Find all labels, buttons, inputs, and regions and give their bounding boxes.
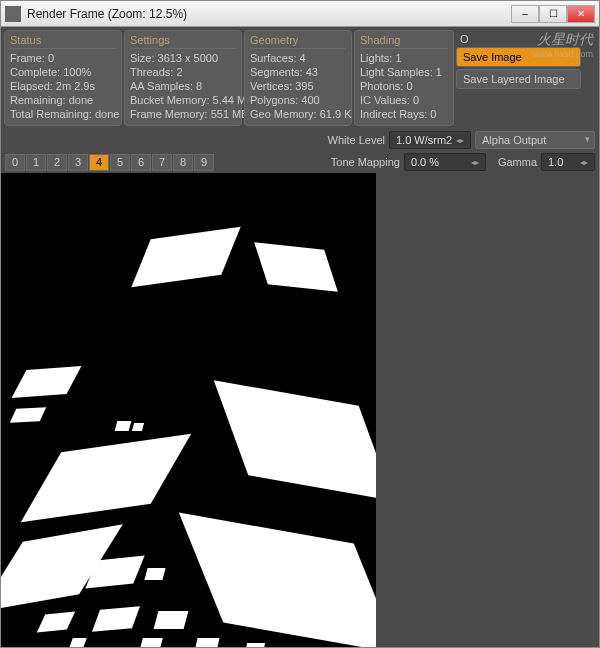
o-label: O <box>456 32 581 45</box>
minimize-button[interactable]: – <box>511 5 539 23</box>
tab-8[interactable]: 8 <box>173 154 193 171</box>
white-level-label: White Level <box>328 134 385 146</box>
geometry-line: Vertices: 395 <box>250 79 346 93</box>
settings-line: Frame Memory: 551 MB <box>130 107 236 121</box>
tab-9[interactable]: 9 <box>194 154 214 171</box>
actions-column: O Save Image Save Layered Image <box>456 30 581 126</box>
shading-line: Lights: 1 <box>360 51 448 65</box>
render-frame-window: Render Frame (Zoom: 12.5%) – ☐ ✕ 火星时代 ww… <box>0 0 600 648</box>
geometry-line: Segments: 43 <box>250 65 346 79</box>
viewport <box>1 173 599 647</box>
tab-3[interactable]: 3 <box>68 154 88 171</box>
tab-6[interactable]: 6 <box>131 154 151 171</box>
titlebar: Render Frame (Zoom: 12.5%) – ☐ ✕ <box>1 1 599 27</box>
settings-panel: Settings Size: 3613 x 5000 Threads: 2 AA… <box>124 30 242 126</box>
shading-line: Indirect Rays: 0 <box>360 107 448 121</box>
shading-title: Shading <box>360 33 448 49</box>
tab-4[interactable]: 4 <box>89 154 109 171</box>
settings-line: AA Samples: 8 <box>130 79 236 93</box>
controls-row-2: 0 1 2 3 4 5 6 7 8 9 Tone Mapping 0.0 %◂▸… <box>1 151 599 173</box>
gamma-input[interactable]: 1.0◂▸ <box>541 153 595 171</box>
viewport-sidebar <box>376 173 599 647</box>
content-area: 火星时代 www.hxsd.com Status Frame: 0 Comple… <box>1 27 599 647</box>
controls-row-1: White Level 1.0 W/srm2◂▸ Alpha Output <box>1 129 599 151</box>
maximize-button[interactable]: ☐ <box>539 5 567 23</box>
status-panel: Status Frame: 0 Complete: 100% Elapsed: … <box>4 30 122 126</box>
save-image-button[interactable]: Save Image <box>456 47 581 67</box>
close-button[interactable]: ✕ <box>567 5 595 23</box>
window-title: Render Frame (Zoom: 12.5%) <box>27 7 511 21</box>
settings-title: Settings <box>130 33 236 49</box>
info-panels-row: Status Frame: 0 Complete: 100% Elapsed: … <box>1 27 599 129</box>
tab-1[interactable]: 1 <box>26 154 46 171</box>
geometry-title: Geometry <box>250 33 346 49</box>
shading-line: IC Values: 0 <box>360 93 448 107</box>
app-icon <box>5 6 21 22</box>
white-level-input[interactable]: 1.0 W/srm2◂▸ <box>389 131 471 149</box>
status-line: Remaining: done <box>10 93 116 107</box>
geometry-line: Polygons: 400 <box>250 93 346 107</box>
tab-2[interactable]: 2 <box>47 154 67 171</box>
settings-line: Threads: 2 <box>130 65 236 79</box>
status-line: Total Remaining: done <box>10 107 116 121</box>
geometry-line: Geo Memory: 61.9 K <box>250 107 346 121</box>
status-line: Complete: 100% <box>10 65 116 79</box>
geometry-panel: Geometry Surfaces: 4 Segments: 43 Vertic… <box>244 30 352 126</box>
save-layered-image-button[interactable]: Save Layered Image <box>456 69 581 89</box>
tone-mapping-input[interactable]: 0.0 %◂▸ <box>404 153 486 171</box>
tab-5[interactable]: 5 <box>110 154 130 171</box>
shading-panel: Shading Lights: 1 Light Samples: 1 Photo… <box>354 30 454 126</box>
render-output[interactable] <box>1 173 376 647</box>
status-title: Status <box>10 33 116 49</box>
shading-line: Photons: 0 <box>360 79 448 93</box>
geometry-line: Surfaces: 4 <box>250 51 346 65</box>
settings-line: Bucket Memory: 5.44 MB <box>130 93 236 107</box>
tone-mapping-label: Tone Mapping <box>331 156 400 168</box>
alpha-output-dropdown[interactable]: Alpha Output <box>475 131 595 149</box>
status-line: Elapsed: 2m 2.9s <box>10 79 116 93</box>
tab-7[interactable]: 7 <box>152 154 172 171</box>
shading-line: Light Samples: 1 <box>360 65 448 79</box>
settings-line: Size: 3613 x 5000 <box>130 51 236 65</box>
gamma-label: Gamma <box>498 156 537 168</box>
tab-0[interactable]: 0 <box>5 154 25 171</box>
frame-tabs: 0 1 2 3 4 5 6 7 8 9 <box>5 154 214 171</box>
status-line: Frame: 0 <box>10 51 116 65</box>
